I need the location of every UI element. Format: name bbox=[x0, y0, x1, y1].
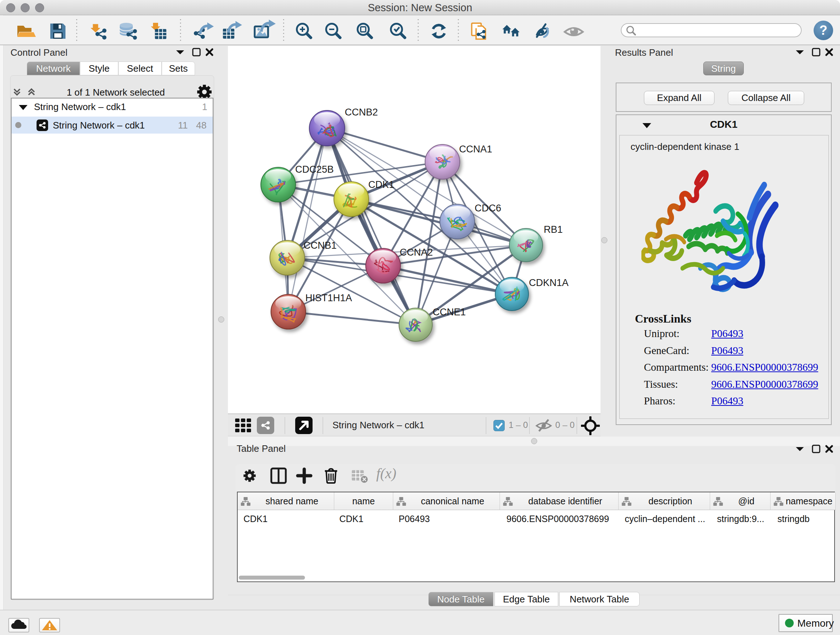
svg-text:CCNA1: CCNA1 bbox=[459, 144, 493, 155]
svg-text:RB1: RB1 bbox=[544, 224, 563, 235]
svg-text:CCNE1: CCNE1 bbox=[433, 307, 466, 318]
svg-text:CCNB2: CCNB2 bbox=[345, 107, 378, 118]
svg-text:CDC6: CDC6 bbox=[475, 203, 501, 214]
svg-text:CCNA2: CCNA2 bbox=[400, 247, 433, 258]
svg-text:CDK1: CDK1 bbox=[368, 179, 394, 190]
svg-text:CDC25B: CDC25B bbox=[295, 164, 334, 175]
svg-text:HIST1H1A: HIST1H1A bbox=[305, 293, 352, 303]
svg-text:CDKN1A: CDKN1A bbox=[529, 277, 569, 288]
svg-text:CCNB1: CCNB1 bbox=[303, 240, 337, 251]
